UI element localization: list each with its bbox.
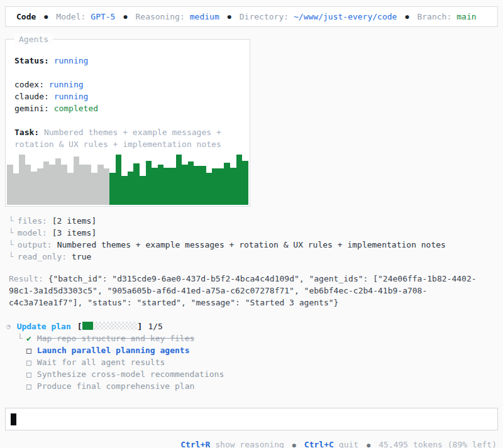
plan-progress-fill [82, 322, 94, 330]
tool-output-key: read_only: [18, 252, 67, 261]
plan-item: □ Wait for all agent results [6, 356, 498, 368]
plan-progress-bar [82, 322, 138, 330]
sparkline-bar [133, 163, 140, 205]
sparkline-bar [37, 168, 43, 205]
plan-item-label: Produce final comprehensive plan [37, 380, 194, 392]
checkbox-empty-icon: □ [26, 356, 31, 368]
app-title: Code [16, 11, 36, 23]
tool-output-row: └output:Numbered themes + example messag… [9, 239, 498, 251]
sparkline-bar [91, 173, 97, 205]
tool-output-key: model: [18, 228, 47, 238]
sparkline-bar [49, 165, 55, 205]
plan-item: └ ✔ Map repo structure and key files [6, 332, 498, 344]
sparkline-bar [146, 161, 152, 205]
agents-panel-title: Agents [14, 33, 53, 45]
directory-value: ~/www/just-every/code [294, 11, 397, 23]
task-text: Numbered themes + example messages + rot… [14, 128, 221, 149]
tool-output-row: └model:[3 items] [9, 227, 498, 239]
separator-dot-icon: ● [228, 11, 231, 23]
sparkline-bar [31, 172, 37, 205]
sparkline-bar [152, 168, 158, 205]
spinner-clock-icon: ◔ [6, 320, 11, 332]
tool-output-value: true [72, 252, 91, 261]
checkmark-icon: ✔ [26, 332, 31, 344]
sparkline-bar [109, 173, 116, 205]
tool-output-row: └read_only:true [9, 251, 498, 263]
agent-name: codex: [14, 80, 44, 89]
sparkline-bar [61, 165, 67, 205]
sparkline-bar [19, 155, 25, 205]
agents-panel: Agents Status: running codex: running cl… [5, 39, 250, 207]
sparkline-bar [182, 165, 188, 205]
plan-item-label: Map repo structure and key files [37, 332, 194, 344]
separator-dot-icon: ● [123, 11, 127, 23]
branch-corner-icon: └ [9, 252, 14, 261]
sparkline-bar [116, 155, 122, 205]
reasoning-label: Reasoning: [135, 11, 184, 23]
agent-state: completed [54, 104, 98, 113]
agent-row: claude: running [14, 90, 241, 102]
checkbox-empty-icon: □ [26, 344, 31, 356]
plan-item-label: Synthesize cross-model recommendations [37, 368, 224, 380]
sparkline-bar [218, 168, 224, 205]
tool-output-value: [2 items] [52, 216, 96, 226]
token-usage-text: 45,495 tokens (89% left) [379, 439, 497, 448]
agent-row: codex: running [14, 79, 241, 90]
sparkline-bar [13, 173, 19, 205]
shortcut-key: Ctrl+R [180, 439, 210, 448]
sparkline-bar [194, 166, 200, 205]
activity-sparkline-chart [7, 155, 248, 205]
text-cursor [11, 413, 16, 425]
message-input[interactable] [5, 408, 498, 430]
sparkline-bar [236, 155, 243, 205]
separator-dot-icon: ● [292, 439, 296, 448]
branch-corner-icon: └ [9, 240, 14, 249]
sparkline-bar [25, 165, 31, 205]
sparkline-bar [128, 172, 134, 205]
plan-title: Update plan [17, 320, 71, 332]
branch-corner-icon: └ [18, 332, 23, 344]
plan-item: □ Launch parallel planning agents [6, 344, 498, 356]
sparkline-bar [170, 168, 176, 205]
sparkline-bar [67, 173, 74, 205]
tool-output-value: Numbered themes + example messages + rot… [57, 240, 446, 249]
model-value: GPT-5 [91, 11, 115, 23]
plan-section: ◔ Update plan [ ] 1/5 └ ✔ Map repo struc… [5, 320, 498, 392]
shortcut-key: Ctrl+C [304, 439, 334, 448]
tool-output-key: output: [18, 240, 52, 249]
result-label: Result: [9, 274, 43, 283]
status-header-bar: Code ● Model: GPT-5 ● Reasoning: medium … [5, 6, 498, 27]
model-label: Model: [56, 11, 86, 23]
plan-item-list: └ ✔ Map repo structure and key files □ L… [6, 332, 498, 392]
plan-item-label: Launch parallel planning agents [37, 344, 190, 356]
sparkline-bar [242, 161, 248, 205]
checkbox-empty-icon: □ [26, 368, 31, 380]
plan-item-label: Wait for all agent results [37, 356, 165, 368]
sparkline-bar [206, 173, 213, 205]
sparkline-bar [176, 155, 182, 205]
branch-corner-icon: └ [9, 216, 14, 226]
reasoning-value: medium [190, 11, 219, 23]
result-block: Result: {"batch_id": "d315cde9-6ae0-437d… [5, 273, 492, 309]
shortcut-label: show reasoning [215, 439, 284, 448]
task-label: Task: [14, 128, 39, 137]
tool-output-key: files: [18, 216, 47, 226]
agent-state: running [54, 92, 89, 101]
agents-status-line: Status: running [14, 55, 241, 67]
status-value: running [54, 56, 89, 65]
footer-bar: Ctrl+R show reasoning ● Ctrl+C quit ● 45… [5, 439, 498, 448]
directory-label: Directory: [240, 11, 289, 23]
plan-header-row: ◔ Update plan [ ] 1/5 [6, 320, 498, 332]
sparkline-bar [188, 161, 194, 205]
plan-progress-count: 1/5 [148, 320, 162, 332]
agents-task-line: Task: Numbered themes + example messages… [14, 126, 241, 150]
plan-item: □ Synthesize cross-model recommendations [6, 368, 498, 380]
sparkline-bar [7, 165, 13, 205]
agent-name: gemini: [14, 104, 49, 113]
tool-output-row: └files:[2 items] [9, 215, 498, 227]
tool-output-value: [3 items] [52, 228, 96, 238]
progress-open-bracket: [ [77, 320, 82, 332]
agent-state: running [49, 80, 84, 89]
sparkline-bar [140, 176, 146, 205]
sparkline-bar [97, 165, 104, 205]
